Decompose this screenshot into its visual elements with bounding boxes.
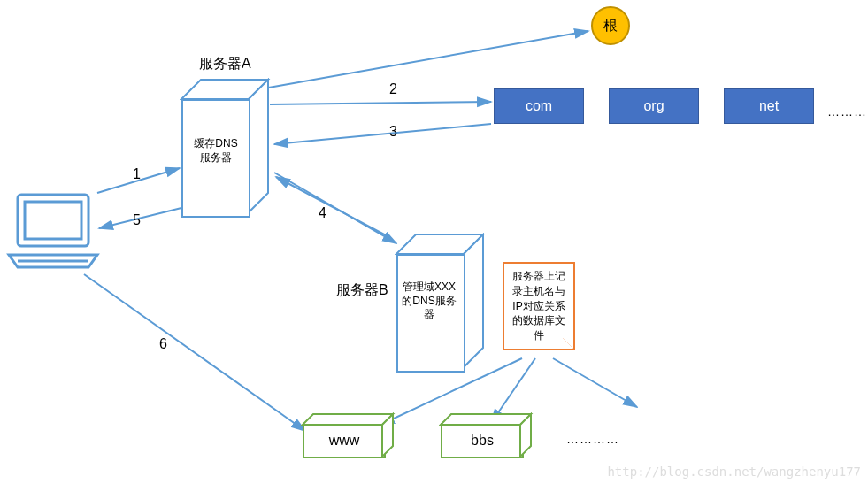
svg-marker-19	[303, 414, 393, 425]
tld-com-label: com	[526, 98, 552, 113]
svg-line-6	[270, 102, 491, 104]
server-b: 管理域XXX的DNS服务器	[396, 234, 485, 376]
edge-4: 4	[319, 205, 326, 221]
svg-line-14	[553, 358, 637, 407]
watermark: http://blog.csdn.net/wangzhenyu177	[607, 465, 861, 479]
svg-marker-20	[382, 414, 393, 457]
server-b-desc-text: 管理域XXX的DNS服务器	[402, 280, 456, 320]
tld-org: org	[609, 88, 699, 124]
db-note-text: 服务器上记录主机名与IP对应关系的数据库文件	[512, 270, 565, 342]
edge-3: 3	[389, 124, 397, 140]
tld-net: net	[724, 88, 814, 124]
svg-marker-21	[441, 414, 531, 425]
server-a-desc-text: 缓存DNS 服务器	[194, 137, 237, 164]
host-more: …………	[566, 432, 619, 446]
svg-rect-1	[25, 202, 81, 239]
svg-marker-18	[464, 234, 483, 367]
root-node: 根	[591, 6, 630, 45]
server-a: 缓存DNS 服务器	[181, 80, 270, 221]
host-bbs: bbs	[441, 423, 524, 458]
tld-org-label: org	[643, 98, 664, 113]
client-laptop	[9, 195, 97, 267]
server-b-desc: 管理域XXX的DNS服务器	[400, 280, 458, 322]
svg-line-5	[264, 31, 588, 88]
server-a-title: 服务器A	[199, 55, 251, 73]
edge-6: 6	[159, 336, 167, 352]
edge-5: 5	[133, 212, 141, 228]
host-www: www	[303, 423, 386, 458]
host-bbs-label: bbs	[471, 433, 494, 448]
tld-more: …………	[827, 104, 868, 119]
svg-line-11	[84, 274, 305, 431]
tld-net-label: net	[759, 98, 779, 113]
db-note: 服务器上记录主机名与IP对应关系的数据库文件	[503, 262, 575, 350]
host-www-label: www	[329, 433, 360, 448]
svg-marker-22	[520, 414, 531, 457]
svg-marker-16	[249, 80, 268, 212]
svg-line-7	[274, 124, 491, 144]
root-label: 根	[603, 18, 618, 33]
server-b-title: 服务器B	[336, 281, 388, 300]
server-a-desc: 缓存DNS 服务器	[185, 137, 247, 165]
svg-line-10	[276, 177, 389, 237]
tld-com: com	[494, 88, 584, 124]
edge-1: 1	[133, 166, 141, 182]
edge-2: 2	[389, 81, 397, 97]
